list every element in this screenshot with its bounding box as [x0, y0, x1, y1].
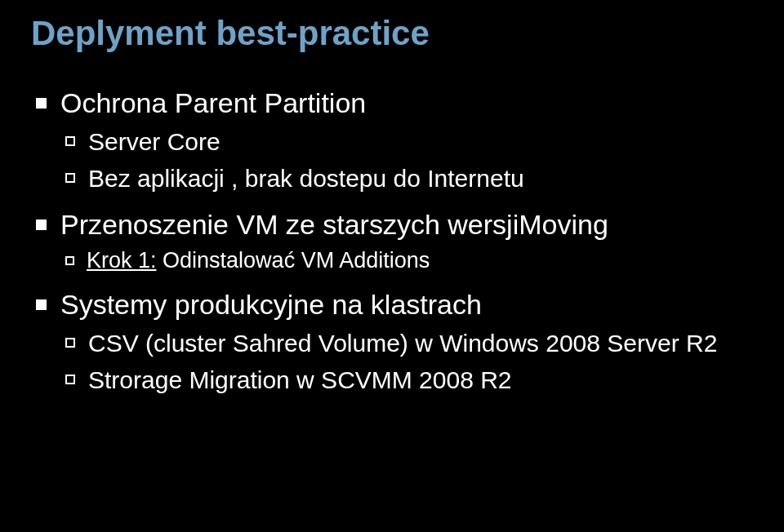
sub-bullet-item: Strorage Migration w SCVMM 2008 R2	[60, 364, 761, 397]
sub-bullet-list: Krok 1: Odinstalować VM Additions	[60, 246, 761, 275]
bullet-item: Systemy produkcyjne na klastrach CSV (cl…	[31, 286, 761, 397]
bullet-text: Przenoszenie VM ze starszych wersjiMovin…	[60, 209, 608, 240]
sub-bullet-text: CSV (cluster Sahred Volume) w Windows 20…	[88, 330, 717, 357]
sub-bullet-item: Bez aplikacji , brak dostepu do Internet…	[60, 162, 761, 196]
bullet-text: Systemy produkcyjne na klastrach	[60, 289, 482, 320]
slide-title: Deplyment best-practice	[31, 15, 761, 52]
sub-bullet-text: Strorage Migration w SCVMM 2008 R2	[88, 366, 512, 393]
sub-bullet-item: Server Core	[60, 126, 761, 159]
sub-bullet-list: CSV (cluster Sahred Volume) w Windows 20…	[60, 327, 761, 397]
bullet-text: Ochrona Parent Partition	[60, 87, 366, 118]
bullet-list: Ochrona Parent Partition Server Core Bez…	[31, 85, 761, 397]
sub-bullet-text: Bez aplikacji , brak dostepu do Internet…	[88, 165, 524, 192]
sub-bullet-text: Server Core	[88, 128, 220, 155]
bullet-item: Przenoszenie VM ze starszych wersjiMovin…	[31, 206, 761, 275]
sub-bullet-list: Server Core Bez aplikacji , brak dostepu…	[60, 126, 761, 195]
sub-bullet-item: CSV (cluster Sahred Volume) w Windows 20…	[60, 327, 761, 361]
sub-bullet-rest: Odinstalować VM Additions	[157, 248, 430, 273]
sub-bullet-item: Krok 1: Odinstalować VM Additions	[60, 246, 761, 275]
sub-bullet-prefix: Krok 1:	[87, 248, 157, 273]
slide: Deplyment best-practice Ochrona Parent P…	[0, 0, 784, 532]
bullet-item: Ochrona Parent Partition Server Core Bez…	[31, 85, 761, 195]
